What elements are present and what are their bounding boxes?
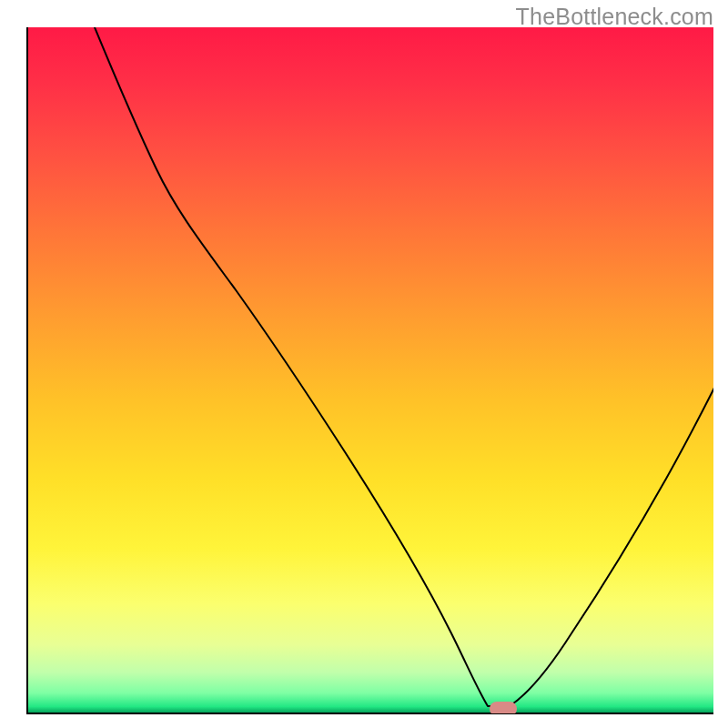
bottleneck-plot: [0, 0, 728, 728]
watermark-text: TheBottleneck.com: [516, 4, 713, 30]
chart-container: { "watermark": "TheBottleneck.com", "col…: [0, 0, 728, 728]
plot-background: [27, 27, 713, 713]
